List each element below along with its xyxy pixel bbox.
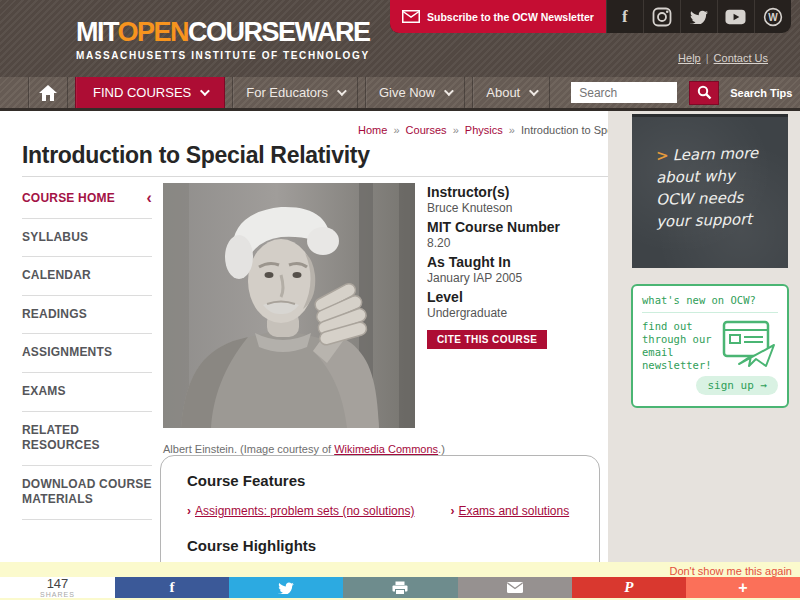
plus-icon: +: [738, 579, 747, 597]
sidebar-item-related-resources[interactable]: RELATED RESOURCES: [22, 412, 152, 466]
dismiss-notice-link[interactable]: Don't show me this again: [669, 565, 792, 577]
share-bar: 147 SHARES f P +: [0, 577, 800, 598]
youtube-icon[interactable]: [717, 0, 754, 33]
ocw-logo[interactable]: MITOPENCOURSEWARE MASSACHUSETTS INSTITUT…: [76, 18, 370, 61]
help-link[interactable]: Help: [678, 52, 701, 64]
info-field-level: Level Undergraduate: [427, 289, 605, 320]
search-icon: [697, 85, 712, 100]
contact-us-link[interactable]: Contact Us: [714, 52, 768, 64]
home-button[interactable]: [28, 77, 68, 108]
twitter-icon[interactable]: [680, 0, 717, 33]
arrow-icon: >: [656, 146, 669, 164]
share-print-button[interactable]: [343, 577, 457, 598]
twitter-icon: [278, 581, 294, 594]
search-input[interactable]: [571, 82, 677, 103]
einstein-photo: [163, 183, 415, 428]
newsletter-promo-body: find out through our email newsletter!: [642, 320, 720, 372]
chevron-down-icon: [200, 86, 210, 96]
sidebar-item-readings[interactable]: READINGS: [22, 296, 152, 335]
breadcrumb-courses[interactable]: Courses: [406, 124, 447, 136]
share-facebook-button[interactable]: f: [115, 577, 229, 598]
share-email-button[interactable]: [458, 577, 572, 598]
share-twitter-button[interactable]: [229, 577, 343, 598]
ocw-course-page: MITOPENCOURSEWARE MASSACHUSETTS INSTITUT…: [0, 0, 800, 600]
nav-give-now[interactable]: Give Now: [365, 77, 465, 108]
wordpress-icon[interactable]: W: [754, 0, 791, 33]
arrow-right-icon: →: [760, 379, 767, 392]
pinterest-icon: P: [624, 579, 633, 596]
search-tips-link[interactable]: Search Tips: [730, 87, 792, 99]
home-icon: [38, 84, 58, 102]
envelope-icon: [402, 10, 420, 23]
share-more-button[interactable]: +: [686, 577, 800, 598]
exams-link[interactable]: ›Exams and solutions: [450, 504, 569, 518]
logo-courseware: COURSEWARE: [188, 17, 370, 47]
site-header: MITOPENCOURSEWARE MASSACHUSETTS INSTITUT…: [0, 0, 800, 77]
wikimedia-commons-link[interactable]: Wikimedia Commons: [334, 443, 438, 455]
course-info: Instructor(s) Bruce Knuteson MIT Course …: [427, 184, 605, 349]
envelope-icon: [507, 582, 523, 593]
course-features-title: Course Features: [187, 472, 573, 489]
course-nav-sidebar: ‹ COURSE HOME SYLLABUS CALENDAR READINGS…: [22, 180, 152, 520]
sidebar-item-calendar[interactable]: CALENDAR: [22, 257, 152, 296]
newsletter-promo-title: what's new on OCW?: [642, 294, 778, 313]
course-highlights-title: Course Highlights: [187, 537, 573, 554]
sidebar-item-download-course-materials[interactable]: DOWNLOAD COURSE MATERIALS: [22, 466, 152, 520]
logo-open: OPEN: [118, 17, 189, 47]
title-divider: [22, 176, 608, 177]
newsletter-signup-button[interactable]: sign up →: [696, 376, 778, 395]
page-title: Introduction to Special Relativity: [22, 142, 370, 169]
assignments-link[interactable]: ›Assignments: problem sets (no solutions…: [187, 504, 414, 518]
newsletter-send-icon: [722, 320, 778, 372]
header-utility-links: Help|Contact Us: [678, 52, 768, 64]
printer-icon: [392, 581, 408, 595]
support-promo-banner[interactable]: >Learn more about why OCW needs your sup…: [632, 114, 788, 268]
chevron-left-icon: ‹: [146, 191, 152, 205]
instagram-icon[interactable]: [643, 0, 680, 33]
cite-this-course-button[interactable]: CITE THIS COURSE: [427, 330, 547, 349]
info-field-course-number: MIT Course Number 8.20: [427, 219, 605, 250]
chevron-down-icon: [337, 86, 347, 96]
nav-find-courses[interactable]: FIND COURSES: [75, 77, 225, 108]
sidebar-item-course-home[interactable]: ‹ COURSE HOME: [22, 180, 152, 219]
share-count: 147 SHARES: [0, 577, 115, 598]
nav-about[interactable]: About: [472, 77, 550, 108]
sidebar-item-exams[interactable]: EXAMS: [22, 373, 152, 412]
header-social-bar: Subscribe to the OCW Newsletter f: [390, 0, 791, 33]
facebook-icon: f: [170, 579, 175, 596]
breadcrumb-physics[interactable]: Physics: [465, 124, 503, 136]
main-nav: FIND COURSES For Educators Give Now Abou…: [0, 77, 800, 111]
sidebar-item-syllabus[interactable]: SYLLABUS: [22, 219, 152, 258]
svg-text:W: W: [768, 11, 778, 22]
search-button[interactable]: [689, 81, 719, 105]
info-field-as-taught-in: As Taught In January IAP 2005: [427, 254, 605, 285]
search-area: Search Tips: [571, 77, 792, 108]
chevron-down-icon: [444, 86, 454, 96]
chevron-down-icon: [529, 86, 539, 96]
course-features-links: ›Assignments: problem sets (no solutions…: [187, 504, 573, 518]
links-divider: |: [706, 52, 709, 64]
breadcrumb-home[interactable]: Home: [358, 124, 387, 136]
newsletter-subscribe-button[interactable]: Subscribe to the OCW Newsletter: [390, 0, 606, 33]
logo-wordmark: MITOPENCOURSEWARE: [76, 18, 370, 46]
sidebar-item-assignments[interactable]: ASSIGNMENTS: [22, 334, 152, 373]
nav-for-educators[interactable]: For Educators: [232, 77, 358, 108]
info-field-instructor: Instructor(s) Bruce Knuteson: [427, 184, 605, 215]
facebook-icon[interactable]: f: [606, 0, 643, 33]
logo-mit: MIT: [76, 17, 118, 47]
newsletter-promo-box: what's new on OCW? find out through our …: [631, 284, 789, 408]
newsletter-subscribe-label: Subscribe to the OCW Newsletter: [427, 11, 594, 23]
photo-caption: Albert Einstein. (Image courtesy of Wiki…: [163, 443, 603, 455]
share-pinterest-button[interactable]: P: [572, 577, 686, 598]
logo-subtitle: MASSACHUSETTS INSTITUTE OF TECHNOLOGY: [76, 50, 370, 61]
